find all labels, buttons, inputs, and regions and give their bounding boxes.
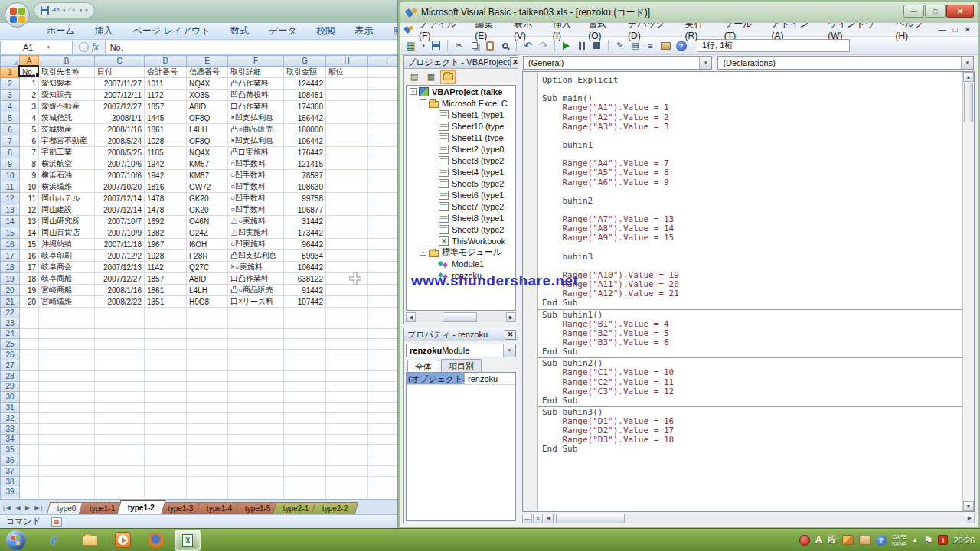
cell[interactable]: 96442: [284, 239, 326, 250]
project-explorer-icon[interactable]: ▤: [629, 39, 642, 52]
cell[interactable]: 凸○商品販売: [228, 124, 284, 135]
office-button[interactable]: [5, 2, 30, 28]
cell[interactable]: [145, 392, 187, 403]
firefox-icon[interactable]: [148, 532, 164, 548]
cell[interactable]: [326, 350, 368, 360]
code-horizontal-scrollbar[interactable]: — ≡ ◀ ▶: [522, 512, 975, 523]
properties-panel-close-icon[interactable]: ✕: [505, 330, 516, 340]
cell[interactable]: 106877: [284, 204, 326, 216]
media-player-icon[interactable]: [115, 532, 131, 548]
code-line[interactable]: End Sub: [542, 347, 962, 357]
cell[interactable]: 124442: [284, 78, 326, 90]
undo-icon[interactable]: ↶: [521, 39, 534, 52]
cell[interactable]: [95, 381, 145, 392]
object-dropdown-icon[interactable]: ▾: [699, 57, 711, 69]
row-header-11[interactable]: 11: [1, 181, 20, 193]
cell[interactable]: 横浜繊維: [39, 181, 95, 193]
project-tree-item[interactable]: Sheet6 (type1: [407, 189, 515, 201]
cell[interactable]: NQ4X: [187, 147, 228, 158]
cell[interactable]: [39, 308, 95, 318]
project-tree-item[interactable]: Sheet2 (type0: [407, 143, 515, 155]
cell[interactable]: 17: [20, 262, 39, 273]
ime-conversion-mode[interactable]: 般: [828, 533, 837, 546]
cell[interactable]: 順位: [326, 67, 368, 78]
code-line[interactable]: Range("A6").Value = 9: [542, 178, 962, 187]
cell[interactable]: 1816: [145, 181, 187, 193]
cell[interactable]: [145, 339, 187, 350]
explorer-folder-icon[interactable]: [83, 536, 98, 546]
cell[interactable]: [326, 381, 368, 392]
cell[interactable]: 凹凸荷役料: [228, 90, 284, 101]
cell[interactable]: F28R: [187, 250, 228, 262]
ime-tools-icon[interactable]: [842, 535, 854, 545]
cell[interactable]: 2007/12/14: [95, 193, 145, 204]
column-header-H[interactable]: H: [326, 56, 368, 67]
cell[interactable]: 1011: [145, 78, 187, 90]
cell[interactable]: 18: [20, 273, 39, 285]
macro-record-icon[interactable]: ▦: [51, 517, 62, 527]
cell[interactable]: ○凹手数料: [228, 181, 284, 193]
code-line[interactable]: Range("A9").Value = 15: [542, 233, 962, 243]
object-dropdown[interactable]: (General) ▾: [523, 56, 712, 70]
cell[interactable]: [20, 350, 39, 360]
cell[interactable]: 10: [20, 181, 39, 193]
cell[interactable]: 2007/10/9: [95, 227, 145, 239]
cell[interactable]: [145, 455, 187, 466]
cell[interactable]: [284, 403, 326, 413]
cell[interactable]: [284, 392, 326, 403]
ribbon-tab[interactable]: 数式: [220, 24, 259, 37]
cell[interactable]: [187, 381, 228, 392]
cell[interactable]: 宮崎繊維: [39, 296, 95, 308]
code-line[interactable]: buhin2: [542, 197, 962, 206]
cell[interactable]: 1928: [145, 250, 187, 262]
cell[interactable]: [20, 434, 39, 445]
code-line[interactable]: [542, 85, 962, 94]
undo-dropdown-icon[interactable]: ▾: [63, 8, 66, 14]
ime-lock-indicators[interactable]: CAPS KANA: [892, 533, 906, 547]
cell[interactable]: [187, 360, 228, 370]
row-header-7[interactable]: 7: [1, 135, 20, 147]
run-icon[interactable]: [560, 39, 573, 52]
insert-function-button[interactable]: [79, 42, 89, 52]
cell[interactable]: [145, 318, 187, 328]
cell[interactable]: 日付: [95, 67, 145, 78]
select-all-corner[interactable]: [1, 56, 20, 67]
cell[interactable]: [326, 273, 368, 285]
code-line[interactable]: End Sub: [542, 298, 962, 308]
cell[interactable]: [95, 445, 145, 455]
code-line[interactable]: [542, 243, 962, 253]
cell[interactable]: 茨城信託: [39, 112, 95, 124]
cell[interactable]: [326, 135, 368, 147]
scroll-up-icon[interactable]: ▲: [963, 72, 974, 82]
cell[interactable]: [326, 455, 368, 466]
code-line[interactable]: Range("D3").Value = 18: [542, 435, 962, 445]
cell[interactable]: [187, 465, 228, 476]
scroll-right-icon[interactable]: ▶: [506, 312, 516, 322]
action-center-flag-icon[interactable]: ⚑: [923, 534, 933, 546]
cell[interactable]: 14: [20, 227, 39, 239]
ime-input-mode[interactable]: A: [815, 534, 822, 546]
cell[interactable]: [187, 455, 228, 466]
cell[interactable]: [228, 487, 284, 497]
cell[interactable]: [187, 339, 228, 350]
cell[interactable]: 沖縄紡績: [39, 239, 95, 250]
cell[interactable]: [228, 476, 284, 487]
cell[interactable]: 岡山百貨店: [39, 227, 95, 239]
tab-alphabetic[interactable]: 全体: [407, 360, 439, 372]
cell[interactable]: [39, 381, 95, 392]
cell[interactable]: 4: [20, 112, 39, 124]
cell[interactable]: 凸凹支払利息: [228, 250, 284, 262]
cell[interactable]: [39, 423, 95, 434]
code-text-area[interactable]: Option Explicit Sub main() Range("A1").V…: [538, 72, 962, 511]
code-line[interactable]: Range("A5").Value = 8: [542, 168, 962, 178]
cell[interactable]: [145, 403, 187, 413]
row-header-3[interactable]: 3: [1, 90, 20, 101]
cell[interactable]: [20, 339, 39, 350]
cell[interactable]: [326, 339, 368, 350]
view-excel-dropdown-icon[interactable]: ▾: [420, 39, 427, 52]
row-header-2[interactable]: 2: [1, 78, 20, 90]
cell[interactable]: [187, 412, 228, 423]
cell[interactable]: [20, 423, 39, 434]
cell[interactable]: [95, 370, 145, 381]
cell[interactable]: [284, 476, 326, 487]
